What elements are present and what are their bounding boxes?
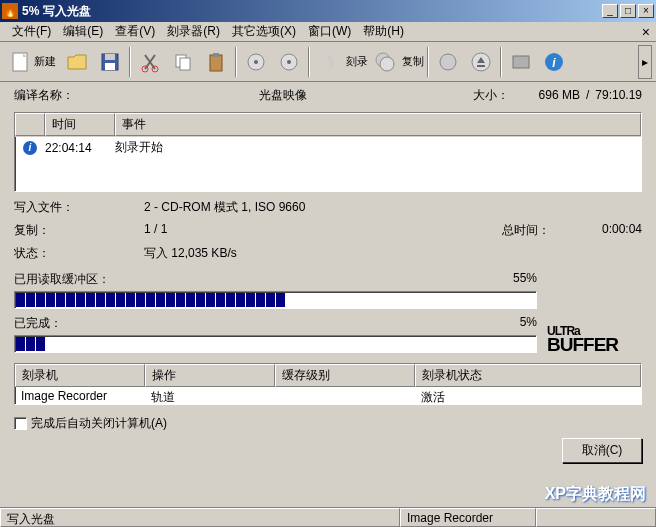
disc-b-icon xyxy=(278,51,300,73)
ultrabuffer-logo: ULTRa BUFFER xyxy=(547,320,642,353)
size-label: 大小： xyxy=(473,87,509,104)
total-time-label: 总时间： xyxy=(502,222,572,239)
open-button[interactable] xyxy=(61,45,93,79)
tool-a-button[interactable] xyxy=(240,45,272,79)
compile-name-label: 编译名称： xyxy=(14,87,94,104)
log-listbox[interactable]: 时间 事件 i 22:04:14 刻录开始 xyxy=(14,112,642,192)
window-title: 5% 写入光盘 xyxy=(22,3,602,20)
svg-rect-9 xyxy=(213,53,219,57)
copydisc-button[interactable] xyxy=(369,45,401,79)
gear-icon xyxy=(510,51,532,73)
log-row[interactable]: i 22:04:14 刻录开始 xyxy=(15,137,641,158)
info-button[interactable]: i xyxy=(538,45,570,79)
copy-label: 复制 xyxy=(402,54,424,69)
complete-label: 已完成： xyxy=(14,315,62,332)
close-button[interactable]: × xyxy=(638,4,654,18)
disk-icon xyxy=(99,51,121,73)
new-label: 新建 xyxy=(34,54,56,69)
paste-button[interactable] xyxy=(200,45,232,79)
menubar: 文件(F) 编辑(E) 查看(V) 刻录器(R) 其它选项(X) 窗口(W) 帮… xyxy=(0,22,656,42)
cut-button[interactable] xyxy=(134,45,166,79)
shutdown-checkbox[interactable]: 完成后自动关闭计算机(A) xyxy=(14,415,167,432)
menu-view[interactable]: 查看(V) xyxy=(109,21,161,42)
info-icon: i xyxy=(23,141,37,155)
cancel-button[interactable]: 取消(C) xyxy=(562,438,642,463)
copy-tool-button[interactable] xyxy=(167,45,199,79)
svg-point-16 xyxy=(440,54,456,70)
recorder-table[interactable]: 刻录机 操作 缓存级别 刻录机状态 Image Recorder 轨道 激活 xyxy=(14,363,642,405)
svg-rect-7 xyxy=(180,58,190,70)
copy-count-value: 1 / 1 xyxy=(144,222,502,239)
td-recorder: Image Recorder xyxy=(15,388,145,407)
status-right xyxy=(536,508,656,527)
menu-window[interactable]: 窗口(W) xyxy=(302,21,357,42)
duration-value: 79:10.19 xyxy=(595,88,642,102)
buffer-progress-bar xyxy=(14,291,537,309)
th-cache[interactable]: 缓存级别 xyxy=(275,364,415,387)
svg-rect-19 xyxy=(513,56,529,68)
image-type-label: 光盘映像 xyxy=(94,87,473,104)
eject-icon xyxy=(470,51,492,73)
status-left: 写入光盘 xyxy=(0,508,400,527)
copy-count-label: 复制： xyxy=(14,222,144,239)
th-recorder[interactable]: 刻录机 xyxy=(15,364,145,387)
menu-file[interactable]: 文件(F) xyxy=(6,21,57,42)
erase-icon xyxy=(437,51,459,73)
settings-button[interactable] xyxy=(505,45,537,79)
th-action[interactable]: 操作 xyxy=(145,364,275,387)
svg-point-11 xyxy=(254,60,258,64)
minimize-button[interactable]: _ xyxy=(602,4,618,18)
new-button[interactable]: 新建 xyxy=(4,45,60,79)
svg-point-15 xyxy=(380,57,394,71)
log-header-event[interactable]: 事件 xyxy=(115,113,641,136)
write-file-label: 写入文件： xyxy=(14,199,144,216)
disc-a-icon xyxy=(245,51,267,73)
buffer-label: 已用读取缓冲区： xyxy=(14,271,110,288)
buffer-percent: 55% xyxy=(513,271,537,288)
status-center: Image Recorder xyxy=(400,508,536,527)
log-time: 22:04:14 xyxy=(45,141,115,155)
clipboard-icon xyxy=(205,51,227,73)
svg-point-13 xyxy=(287,60,291,64)
log-event: 刻录开始 xyxy=(115,139,641,156)
folder-icon xyxy=(66,51,88,73)
checkbox-icon[interactable] xyxy=(14,417,27,430)
scissors-icon xyxy=(139,51,161,73)
tool-b-button[interactable] xyxy=(273,45,305,79)
svg-rect-2 xyxy=(105,54,115,60)
table-row[interactable]: Image Recorder 轨道 激活 xyxy=(15,387,641,408)
menu-other[interactable]: 其它选项(X) xyxy=(226,21,302,42)
burn-label: 刻录 xyxy=(346,54,368,69)
td-cache xyxy=(275,388,415,407)
erase-button[interactable] xyxy=(432,45,464,79)
menu-close-icon[interactable]: × xyxy=(642,24,650,40)
complete-progress-bar xyxy=(14,335,537,353)
maximize-button[interactable]: □ xyxy=(620,4,636,18)
info-icon: i xyxy=(543,51,565,73)
app-icon: 🔥 xyxy=(2,3,18,19)
watermark: XP字典教程网 xyxy=(545,484,646,505)
burn-tool-button[interactable] xyxy=(313,45,345,79)
toolbar-expand-button[interactable]: ▸ xyxy=(638,45,652,79)
log-header-time[interactable]: 时间 xyxy=(45,113,115,136)
flame-icon xyxy=(318,51,340,73)
menu-edit[interactable]: 编辑(E) xyxy=(57,21,109,42)
shutdown-label: 完成后自动关闭计算机(A) xyxy=(31,415,167,432)
td-action: 轨道 xyxy=(145,388,275,407)
td-status: 激活 xyxy=(415,388,641,407)
save-button[interactable] xyxy=(94,45,126,79)
th-status[interactable]: 刻录机状态 xyxy=(415,364,641,387)
eject-button[interactable] xyxy=(465,45,497,79)
svg-rect-18 xyxy=(477,65,485,67)
total-time-value: 0:00:04 xyxy=(572,222,642,239)
svg-rect-8 xyxy=(210,55,222,71)
menu-recorder[interactable]: 刻录器(R) xyxy=(161,21,226,42)
write-file-value: 2 - CD-ROM 模式 1, ISO 9660 xyxy=(144,199,642,216)
status-label: 状态： xyxy=(14,245,144,262)
menu-help[interactable]: 帮助(H) xyxy=(357,21,410,42)
complete-percent: 5% xyxy=(520,315,537,332)
status-value: 写入 12,035 KB/s xyxy=(144,245,642,262)
disc-copy-icon xyxy=(374,51,396,73)
size-value: 696 MB xyxy=(539,88,580,102)
document-icon xyxy=(9,51,31,73)
